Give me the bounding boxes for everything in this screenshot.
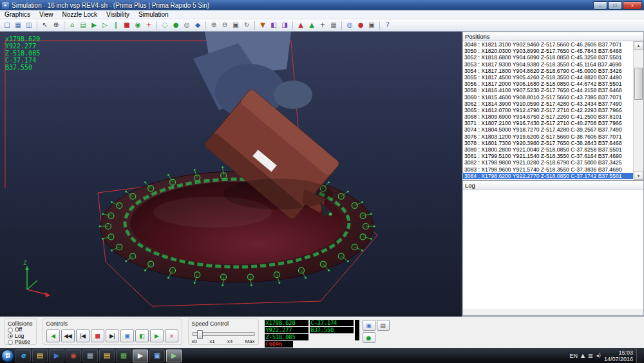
minimize-button[interactable]: – — [593, 1, 607, 10]
camera-view-icon[interactable]: ◎ — [345, 20, 355, 30]
zoom-window-icon[interactable]: ⊕ — [51, 20, 61, 30]
show-desktop-button[interactable] — [636, 348, 643, 363]
load-program-icon[interactable]: ▤ — [78, 20, 88, 30]
scroll-up-icon[interactable]: ▲ — [634, 41, 643, 50]
flag-start-icon[interactable]: ▲ — [296, 20, 306, 30]
position-row[interactable]: 3056 : X1817.2000 Y906.1680 Z-518.0850 C… — [463, 81, 633, 87]
abort-button[interactable]: × — [165, 329, 178, 342]
show-wireframe-icon[interactable]: ◎ — [182, 20, 192, 30]
position-row[interactable]: 3083 : X1798.9600 Y921.5740 Z-518.3550 C… — [463, 166, 633, 173]
collision-option-pause[interactable]: Pause — [8, 339, 33, 346]
step-back-button[interactable]: |◀ — [76, 329, 90, 342]
taskbar-window-5[interactable]: ▶ — [166, 349, 182, 362]
position-row[interactable]: 3062 : X1814.3900 Y910.0590 Z-517.4280 C… — [463, 101, 633, 107]
record-simulation-icon[interactable]: ● — [355, 20, 366, 30]
speed-slider[interactable] — [192, 332, 255, 336]
zoom-in-icon[interactable]: ⊕ — [209, 20, 219, 30]
flag-end-icon[interactable]: ▲ — [307, 20, 317, 30]
taskbar-window-1[interactable]: ▤ — [99, 349, 115, 362]
start-button[interactable] — [1, 349, 14, 362]
show-solid-icon[interactable]: ◆ — [193, 20, 203, 30]
language-indicator[interactable]: EN — [570, 353, 578, 359]
close-button[interactable]: × — [623, 1, 642, 10]
stop-simulation-icon[interactable]: ■ — [122, 20, 132, 30]
select-pointer-icon[interactable]: ↖ — [40, 20, 50, 30]
positions-scrollbar[interactable]: ▲ ▼ — [633, 41, 643, 180]
taskbar-window-4[interactable]: ▣ — [149, 349, 165, 362]
view-split-horizontal-icon[interactable]: ◫ — [24, 20, 34, 30]
simulation-viewport[interactable]: x1798.620Y922.277Z-518.085C-37.174B37.55… — [0, 32, 462, 317]
position-row[interactable]: 3053 : X1817.9300 Y904.9380 Z-518.3550 C… — [463, 61, 633, 68]
visibility-machine-icon[interactable]: ◨ — [279, 20, 290, 30]
position-row[interactable]: 3050 : X1820.0300 Y903.8990 Z-517.7650 C… — [463, 48, 633, 54]
position-row[interactable]: 3071 : X1807.2100 Y916.7430 Z-517.2710 C… — [463, 120, 633, 126]
jog-back-button[interactable]: ◀ — [46, 329, 60, 342]
position-row[interactable]: 3084 : X1798.6200 Y922.2770 Z-518.0850 C… — [463, 173, 633, 179]
play-button[interactable]: ▶ — [150, 329, 164, 342]
position-row[interactable]: 3080 : X1800.2800 Y921.0040 Z-518.0850 C… — [463, 146, 633, 153]
help-icon[interactable]: ? — [383, 20, 393, 30]
step-forward-button[interactable]: ▶| — [106, 329, 119, 342]
taskbar-chrome[interactable]: ◉ — [66, 349, 81, 362]
step-simulation-icon[interactable]: ▷ — [100, 20, 110, 30]
clock[interactable]: 15:03 14/07/2016 — [604, 349, 633, 362]
monitor-button[interactable]: ▤ — [377, 320, 390, 331]
taskbar-ie[interactable]: e — [15, 349, 31, 362]
view-quad-icon[interactable]: ▦ — [13, 20, 23, 30]
stop-button[interactable]: ■ — [91, 329, 104, 342]
menu-visibility[interactable]: Visibility — [102, 10, 134, 19]
position-row[interactable]: 3074 : X1804.5000 Y918.7270 Z-517.4280 C… — [463, 126, 633, 133]
toggle-collisions-icon[interactable]: + — [144, 20, 154, 30]
taskbar-calculator[interactable]: ▦ — [82, 349, 98, 362]
run-from-line-button[interactable]: ▣ — [120, 329, 134, 342]
reset-simulation-icon[interactable]: ◉ — [133, 20, 143, 30]
hidden-icons-chevron-icon[interactable]: ▲ — [581, 353, 585, 358]
taskbar-folder[interactable]: ▤ — [32, 349, 48, 362]
scrollbar-thumb[interactable] — [634, 68, 643, 100]
led-indicator-button[interactable]: ● — [363, 332, 375, 343]
capture-view-button[interactable]: ▣ — [363, 320, 375, 331]
visibility-part-icon[interactable]: ◧ — [269, 20, 279, 30]
speed-slider-thumb[interactable] — [197, 330, 203, 339]
view-single-icon[interactable]: □ — [2, 20, 12, 30]
position-row[interactable]: 3058 : X1816.4100 Y907.5230 Z-517.7650 C… — [463, 87, 633, 93]
volume-icon[interactable]: ◂) — [596, 353, 601, 358]
position-row[interactable]: 3052 : X1818.6800 Y904.6890 Z-518.0850 C… — [463, 54, 633, 61]
measure-tool-icon[interactable]: + — [317, 20, 328, 30]
position-row[interactable]: 3081 : X1799.5100 Y921.1540 Z-518.3550 C… — [463, 153, 633, 159]
network-icon[interactable]: ▥ — [588, 353, 593, 358]
menu-graphics[interactable]: Graphics — [0, 10, 35, 19]
pause-simulation-icon[interactable]: ‖ — [111, 20, 121, 30]
position-row[interactable]: 3068 : X1809.6900 Y914.6750 Z-517.2260 C… — [463, 113, 633, 120]
position-row[interactable]: 3065 : X1812.0700 Y912.4790 Z-517.2710 C… — [463, 107, 633, 113]
position-row[interactable]: 3054 : X1817.1800 Y904.8820 Z-518.6790 C… — [463, 68, 633, 74]
maximize-button[interactable]: □ — [608, 1, 622, 10]
home-position-icon[interactable]: ⌂ — [67, 20, 77, 30]
menu-view[interactable]: View — [35, 10, 58, 19]
rotate-view-icon[interactable]: ↻ — [242, 20, 252, 30]
capture-path-button[interactable]: ◧ — [135, 329, 149, 342]
taskbar-media[interactable]: ▶ — [49, 349, 64, 362]
menu-simulation[interactable]: Simulation — [134, 10, 173, 19]
show-toolpath-icon[interactable]: ◌ — [160, 20, 170, 30]
position-row[interactable]: 3048 : X1821.3100 Y902.9460 Z-517.5660 C… — [463, 41, 633, 48]
scroll-down-icon[interactable]: ▼ — [634, 172, 643, 180]
screenshot-icon[interactable]: ▣ — [366, 20, 377, 30]
rewind-button[interactable]: ◀◀ — [61, 329, 75, 342]
menu-nozzle-lock[interactable]: Nozzle Lock — [58, 10, 102, 19]
zoom-out-icon[interactable]: ⊖ — [220, 20, 230, 30]
scrollbar-track[interactable] — [634, 50, 643, 172]
nozzle-lock-icon[interactable]: ▼ — [258, 20, 268, 30]
zoom-fit-icon[interactable]: ▣ — [231, 20, 241, 30]
position-row[interactable]: 3055 : X1817.4500 Y905.4260 Z-518.3550 C… — [463, 74, 633, 81]
position-row[interactable]: 3076 : X1803.1200 Y919.6200 Z-517.5660 C… — [463, 133, 633, 140]
grid-toggle-icon[interactable]: ▦ — [328, 20, 339, 30]
position-row[interactable]: 3082 : X1798.9800 Y921.0280 Z-518.6790 C… — [463, 159, 633, 166]
position-row[interactable]: 3078 : X1801.7300 Y920.3980 Z-517.7650 C… — [463, 140, 633, 146]
position-row[interactable]: 3060 : X1815.4600 Y908.8010 Z-517.5660 C… — [463, 94, 633, 101]
show-markers-icon[interactable]: ● — [171, 20, 181, 30]
taskbar-window-3[interactable]: ▶ — [133, 349, 148, 362]
positions-list[interactable]: 3048 : X1821.3100 Y902.9460 Z-517.5660 C… — [463, 41, 633, 180]
run-simulation-icon[interactable]: ▶ — [89, 20, 99, 30]
taskbar-window-2[interactable]: ▦ — [116, 349, 131, 362]
